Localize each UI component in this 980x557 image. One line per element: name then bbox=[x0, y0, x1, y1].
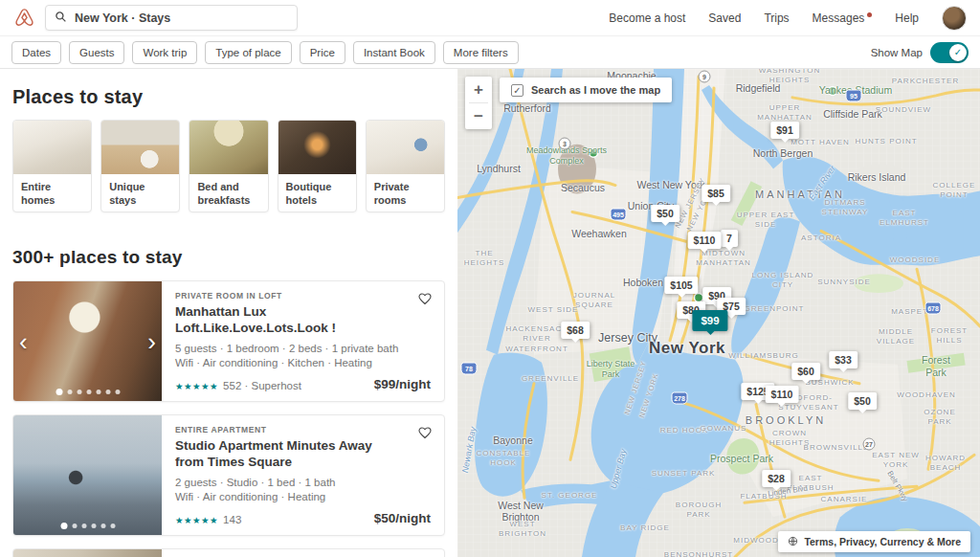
filter-instant-book-button[interactable]: Instant Book bbox=[353, 41, 435, 64]
search-as-i-move-checkbox[interactable]: ✓ Search as I move the map bbox=[500, 78, 672, 102]
category-photo bbox=[189, 121, 267, 174]
nav-help[interactable]: Help bbox=[895, 11, 919, 25]
map-price-pin[interactable]: $105 bbox=[664, 277, 698, 294]
zoom-in-button[interactable]: + bbox=[465, 77, 492, 102]
filter-dates-button[interactable]: Dates bbox=[11, 41, 61, 64]
category-label: Private rooms bbox=[367, 174, 444, 212]
map-label: Ridgefield bbox=[736, 82, 781, 94]
review-count: 552 · Superhost bbox=[223, 380, 301, 391]
carousel-dot[interactable] bbox=[91, 524, 96, 528]
zoom-out-button[interactable]: − bbox=[465, 103, 492, 129]
carousel-dot[interactable] bbox=[100, 524, 105, 528]
carousel-dot[interactable] bbox=[96, 390, 100, 394]
checkbox-check-icon: ✓ bbox=[511, 84, 523, 97]
map-price-pin[interactable]: $60 bbox=[791, 363, 820, 380]
listing-type: PRIVATE ROOM IN LOFT bbox=[175, 291, 431, 301]
map-price-pin[interactable]: $91 bbox=[770, 122, 799, 139]
map-label: GREENPOINT bbox=[745, 304, 805, 314]
map-price-pin[interactable]: $68 bbox=[561, 322, 590, 339]
show-map-toggle[interactable]: ✓ bbox=[930, 42, 969, 63]
category-card-unique-stays[interactable]: Unique stays bbox=[100, 120, 180, 212]
filter-guests-button[interactable]: Guests bbox=[69, 41, 124, 64]
map-price-pin[interactable]: $85 bbox=[702, 185, 730, 202]
map-price-pin[interactable]: $110 bbox=[766, 386, 799, 403]
nav-messages[interactable]: Messages bbox=[813, 11, 873, 25]
carousel-dot[interactable] bbox=[72, 524, 77, 528]
map-label: THE HEIGHTS bbox=[458, 249, 510, 269]
map-panel[interactable]: MoonachieRidgefieldRutherfordCliffside P… bbox=[457, 69, 980, 557]
filter-price-button[interactable]: Price bbox=[300, 41, 345, 64]
category-card-bed-and-breakfasts[interactable]: Bed and breakfasts bbox=[189, 120, 268, 212]
user-avatar[interactable] bbox=[942, 6, 967, 31]
listing-title: Studio Apartment Minutes Away from Times… bbox=[175, 438, 431, 471]
listing-body: PRIVATE ROOM IN LOFT Manhattan Lux Loft.… bbox=[162, 281, 444, 401]
listing-price: $99/night bbox=[374, 377, 431, 391]
map-label: FOREST HILLS bbox=[924, 326, 974, 346]
toggle-knob-check-icon: ✓ bbox=[949, 44, 967, 61]
map-label: EAST ELMHURST bbox=[873, 209, 936, 229]
carousel-dot[interactable] bbox=[81, 524, 86, 528]
places-to-stay-heading: Places to stay bbox=[12, 86, 445, 108]
map-label: Forest Park bbox=[914, 354, 958, 379]
map-label: NEW YORK bbox=[637, 371, 660, 418]
carousel-dot[interactable] bbox=[105, 390, 110, 394]
search-input-container[interactable] bbox=[45, 5, 298, 31]
carousel-dot[interactable] bbox=[110, 524, 115, 528]
map-label: Yankee Stadium bbox=[819, 84, 892, 97]
map-price-pin[interactable]: $28 bbox=[762, 470, 791, 487]
carousel-dot[interactable] bbox=[77, 390, 81, 394]
listing-photo: ‹ › bbox=[13, 281, 162, 401]
carousel-prev-icon[interactable]: ‹ bbox=[15, 325, 32, 358]
carousel-dot[interactable] bbox=[67, 390, 72, 394]
category-card-entire-homes[interactable]: Entire homes bbox=[12, 120, 92, 212]
map-label: Rutherford bbox=[503, 102, 551, 114]
filter-work-trip-button[interactable]: Work trip bbox=[132, 41, 197, 64]
messages-notification-dot bbox=[867, 12, 872, 17]
listing-amenities: Wifi · Air conditioning · Kitchen · Heat… bbox=[175, 357, 431, 368]
map-label: ASTORIA bbox=[801, 234, 841, 243]
nav-become-a-host[interactable]: Become a host bbox=[609, 11, 685, 25]
heart-icon[interactable] bbox=[417, 425, 433, 444]
map-price-pin[interactable]: $33 bbox=[829, 351, 858, 368]
carousel-dot[interactable] bbox=[115, 390, 120, 394]
map-label: COLLEGE POINT bbox=[925, 181, 980, 201]
map-price-pin[interactable]: 7 bbox=[721, 230, 738, 247]
filter-type-of-place-button[interactable]: Type of place bbox=[205, 41, 291, 64]
category-card-boutique-hotels[interactable]: Boutique hotels bbox=[278, 120, 357, 212]
search-input[interactable] bbox=[75, 11, 266, 25]
map-label: Rikers Island bbox=[848, 171, 906, 183]
map-label: BROWNSVILLE bbox=[804, 443, 870, 453]
map-price-pin[interactable]: $50 bbox=[848, 392, 877, 410]
category-photo bbox=[13, 121, 91, 174]
nav-trips[interactable]: Trips bbox=[764, 11, 789, 25]
map-label: GREENVILLE bbox=[522, 374, 579, 384]
heart-icon[interactable] bbox=[417, 291, 433, 310]
map-label: MIDWOOD bbox=[733, 536, 778, 546]
listing-body: ENTIRE APARTMENT bbox=[162, 549, 444, 557]
listing-card[interactable]: ENTIRE APARTMENT bbox=[12, 548, 445, 557]
show-map-control: Show Map ✓ bbox=[871, 42, 969, 63]
map-price-pin[interactable]: $99 bbox=[692, 310, 727, 331]
listing-card[interactable]: ‹ › PRIVATE ROOM IN LOFT Manhattan Lux L… bbox=[12, 280, 445, 402]
nav-saved[interactable]: Saved bbox=[708, 11, 741, 25]
airbnb-logo-icon[interactable] bbox=[13, 7, 35, 29]
carousel-dot[interactable] bbox=[60, 523, 67, 529]
map-label: WOODHAVEN bbox=[897, 390, 956, 400]
listing-card[interactable]: ENTIRE APARTMENT Studio Apartment Minute… bbox=[12, 414, 445, 536]
category-card-private-rooms[interactable]: Private rooms bbox=[366, 120, 445, 212]
map-price-pin[interactable]: $110 bbox=[688, 232, 722, 249]
carousel-dot[interactable] bbox=[86, 390, 91, 394]
category-photo bbox=[278, 121, 356, 174]
filter-more-filters-button[interactable]: More filters bbox=[443, 41, 519, 64]
map-price-pin[interactable]: $50 bbox=[651, 205, 679, 222]
map-label: Hoboken bbox=[623, 277, 663, 288]
map-terms-label: Terms, Privacy, Currency & More bbox=[804, 536, 961, 547]
carousel-dot[interactable] bbox=[56, 389, 62, 395]
results-panel: Places to stay Entire homes Unique stays… bbox=[0, 69, 457, 557]
category-label: Bed and breakfasts bbox=[189, 174, 267, 212]
map-label: Jersey City bbox=[598, 331, 657, 345]
map-terms-button[interactable]: Terms, Privacy, Currency & More bbox=[778, 531, 970, 552]
carousel-next-icon[interactable]: › bbox=[144, 325, 160, 358]
map-label: DITMARS STEINWAY bbox=[814, 198, 876, 218]
map-label: East River bbox=[807, 164, 837, 202]
